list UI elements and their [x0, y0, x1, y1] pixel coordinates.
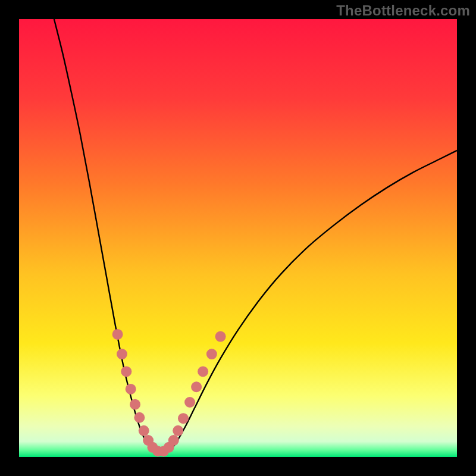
highlight-dot: [206, 349, 217, 359]
chart-svg: [19, 19, 457, 457]
highlight-dot: [139, 425, 149, 436]
highlight-dot: [178, 413, 189, 424]
highlight-dot: [173, 425, 183, 436]
highlight-dot: [191, 381, 202, 392]
highlight-dot: [168, 435, 179, 446]
highlight-dot: [121, 366, 131, 377]
highlight-dot: [126, 384, 136, 394]
watermark-text: TheBottleneck.com: [336, 2, 470, 19]
highlight-dot: [112, 329, 123, 340]
highlight-dot: [198, 366, 208, 377]
highlight-dot: [215, 331, 226, 342]
highlight-dot: [117, 349, 127, 359]
highlight-dot: [134, 412, 145, 423]
chart-frame: TheBottleneck.com: [0, 0, 476, 476]
highlight-dot: [130, 399, 140, 410]
plot-area: [19, 19, 457, 457]
highlight-dot: [184, 397, 195, 408]
gradient-background: [19, 19, 457, 457]
